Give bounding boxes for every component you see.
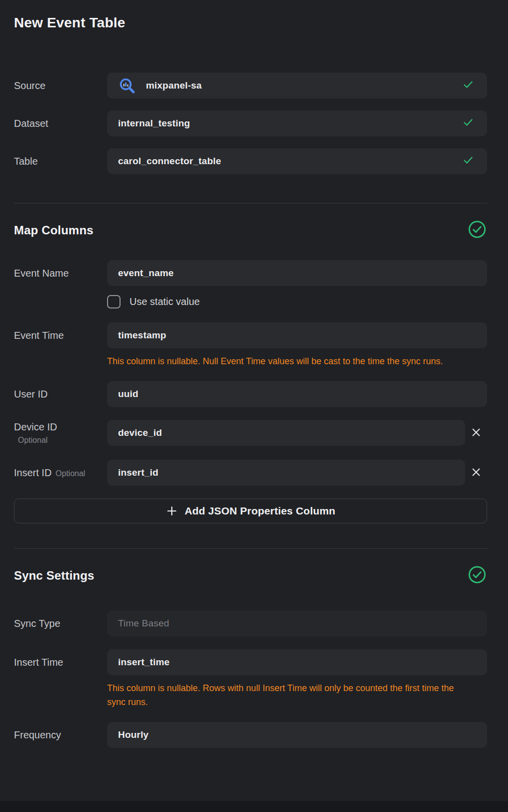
insert-time-select[interactable]: insert_time xyxy=(107,649,487,675)
device-id-select[interactable]: device_id xyxy=(107,420,465,446)
sync-type-label: Sync Type xyxy=(14,618,60,629)
insert-id-row: Insert IDOptional insert_id xyxy=(14,460,487,486)
device-id-value: device_id xyxy=(118,427,162,438)
valid-checkmark-icon xyxy=(462,154,474,168)
add-json-properties-label: Add JSON Properties Column xyxy=(185,505,336,517)
user-id-row: User ID uuid xyxy=(14,381,487,407)
table-label: Table xyxy=(14,156,38,167)
insert-time-label: Insert Time xyxy=(14,657,63,668)
map-columns-title: Map Columns xyxy=(14,223,94,237)
bigquery-icon xyxy=(118,77,136,95)
event-time-label: Event Time xyxy=(14,330,64,341)
table-row: Table carol_connector_table xyxy=(14,148,487,174)
valid-checkmark-icon xyxy=(462,116,474,130)
sync-type-select: Time Based xyxy=(107,610,487,636)
user-id-value: uuid xyxy=(118,389,138,400)
frequency-value: Hourly xyxy=(118,729,148,740)
event-time-value: timestamp xyxy=(118,330,166,341)
device-id-remove-button[interactable] xyxy=(465,427,487,439)
page-title: New Event Table xyxy=(14,15,487,31)
dataset-label: Dataset xyxy=(14,118,48,129)
x-icon xyxy=(471,467,482,479)
section-divider xyxy=(14,203,487,203)
static-value-label: Use static value xyxy=(129,296,200,307)
frequency-select[interactable]: Hourly xyxy=(107,722,487,748)
source-label: Source xyxy=(14,80,45,91)
section-divider xyxy=(14,548,487,549)
valid-checkmark-icon xyxy=(462,79,474,93)
x-icon xyxy=(471,427,482,439)
event-name-label: Event Name xyxy=(14,268,69,279)
insert-id-label: Insert ID xyxy=(14,467,52,478)
dataset-row: Dataset internal_testing xyxy=(14,110,487,136)
event-name-select[interactable]: event_name xyxy=(107,260,487,286)
insert-time-warning-row: This column is nullable. Rows with null … xyxy=(14,681,487,709)
sync-settings-header: Sync Settings xyxy=(14,565,487,587)
insert-id-optional-tag: Optional xyxy=(56,469,86,478)
map-columns-header: Map Columns xyxy=(14,219,487,241)
event-time-select[interactable]: timestamp xyxy=(107,322,487,348)
event-time-row: Event Time timestamp xyxy=(14,322,487,348)
event-time-warning: This column is nullable. Null Event Time… xyxy=(107,354,443,368)
new-event-table-form: New Event Table Source mixpanel-sa xyxy=(0,0,508,748)
user-id-label: User ID xyxy=(14,389,48,400)
source-row: Source mixpanel-sa xyxy=(14,73,487,99)
static-value-checkbox[interactable] xyxy=(107,295,121,308)
frequency-row: Frequency Hourly xyxy=(14,722,487,748)
event-name-row: Event Name event_name xyxy=(14,260,487,286)
add-json-properties-button[interactable]: Add JSON Properties Column xyxy=(14,499,487,523)
table-value: carol_connector_table xyxy=(118,156,221,167)
dataset-select[interactable]: internal_testing xyxy=(107,110,487,136)
event-name-value: event_name xyxy=(118,268,174,279)
insert-time-warning: This column is nullable. Rows with null … xyxy=(107,681,462,709)
section-complete-icon xyxy=(467,219,487,241)
insert-time-value: insert_time xyxy=(118,657,170,668)
device-id-optional-tag: Optional xyxy=(18,436,107,445)
device-id-row: Device ID Optional device_id xyxy=(14,420,487,446)
insert-id-remove-button[interactable] xyxy=(465,467,487,479)
event-time-warning-row: This column is nullable. Null Event Time… xyxy=(14,354,487,368)
source-select[interactable]: mixpanel-sa xyxy=(107,73,487,99)
user-id-select[interactable]: uuid xyxy=(107,381,487,407)
sync-settings-title: Sync Settings xyxy=(14,569,94,583)
sync-type-value: Time Based xyxy=(118,618,169,629)
plus-icon xyxy=(166,505,178,517)
source-value: mixpanel-sa xyxy=(146,80,202,91)
section-complete-icon xyxy=(467,565,487,587)
table-select[interactable]: carol_connector_table xyxy=(107,148,487,174)
insert-id-select[interactable]: insert_id xyxy=(107,460,465,486)
frequency-label: Frequency xyxy=(14,729,61,740)
sync-type-row: Sync Type Time Based xyxy=(14,610,487,636)
bottom-edge-strip xyxy=(0,801,508,812)
dataset-value: internal_testing xyxy=(118,118,190,129)
static-value-row: Use static value xyxy=(14,295,487,308)
insert-time-row: Insert Time insert_time xyxy=(14,649,487,675)
insert-id-value: insert_id xyxy=(118,467,158,478)
device-id-label: Device ID xyxy=(14,421,57,432)
